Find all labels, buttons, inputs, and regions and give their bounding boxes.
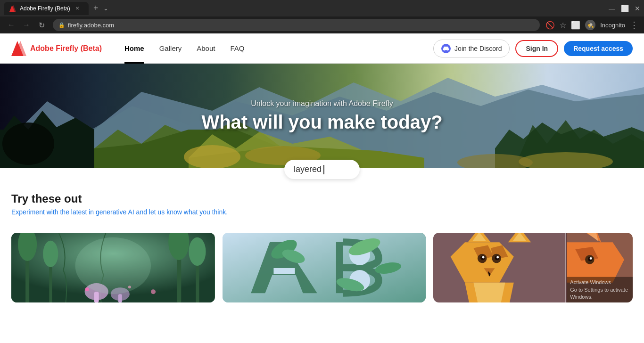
discord-label: Join the Discord <box>454 45 502 52</box>
svg-point-36 <box>151 289 156 294</box>
nav-about[interactable]: About <box>189 33 223 64</box>
nav-buttons: ← → ↻ <box>6 19 47 31</box>
signin-button[interactable]: Sign In <box>515 40 558 57</box>
search-input-pill[interactable]: layered <box>284 160 360 179</box>
svg-rect-33 <box>118 294 122 302</box>
text-cursor <box>323 165 324 174</box>
search-text: layered <box>294 164 322 174</box>
address-bar: ← → ↻ 🔒 firefly.adobe.com 🚫 ☆ ⬜ 🕵 Incogn… <box>0 16 644 33</box>
search-pill-container: layered <box>0 160 644 179</box>
incognito-label: Incognito <box>600 22 625 29</box>
site-header: Adobe Firefly (Beta) Home Gallery About … <box>0 33 644 64</box>
active-tab[interactable]: Adobe Firefly (Beta) ✕ <box>4 2 89 15</box>
nav-gallery[interactable]: Gallery <box>152 33 190 64</box>
split-screen-icon[interactable]: ⬜ <box>571 21 580 30</box>
card-tropical-letters[interactable] <box>223 233 426 302</box>
discord-icon <box>441 44 451 53</box>
menu-button[interactable]: ⋮ <box>630 20 638 30</box>
svg-point-25 <box>43 241 58 267</box>
svg-point-74 <box>590 257 592 260</box>
card-fox-partial[interactable]: Activate WindowsGo to Settings to activa… <box>567 233 633 302</box>
card-fox-container[interactable]: Activate WindowsGo to Settings to activa… <box>433 233 633 302</box>
url-bar[interactable]: 🔒 firefly.adobe.com <box>53 19 540 31</box>
logo-text: Adobe Firefly (Beta) <box>30 44 102 53</box>
site-nav: Home Gallery About FAQ <box>117 33 433 64</box>
subtitle-pre: Experiment with <box>11 208 60 216</box>
nav-home[interactable]: Home <box>117 33 152 64</box>
tab-close-button[interactable]: ✕ <box>74 5 81 12</box>
bookmark-icon[interactable]: ☆ <box>560 21 566 30</box>
lock-icon: 🔒 <box>58 22 65 28</box>
incognito-icon: 🕵 <box>587 22 594 28</box>
eye-off-icon: 🚫 <box>545 21 555 30</box>
card-4-image: Activate WindowsGo to Settings to activa… <box>567 233 633 302</box>
url-text: firefly.adobe.com <box>68 22 114 29</box>
try-section-title: Try these out <box>11 192 633 205</box>
minimize-button[interactable]: — <box>609 5 615 12</box>
discord-button[interactable]: Join the Discord <box>433 40 510 57</box>
nav-faq[interactable]: FAQ <box>223 33 252 64</box>
svg-rect-31 <box>94 292 99 302</box>
tab-bar: Adobe Firefly (Beta) ✕ + ⌄ <box>4 1 607 15</box>
hero-title: What will you make today? <box>201 112 442 133</box>
tab-overflow-icon[interactable]: ⌄ <box>103 5 108 12</box>
browser-chrome: Adobe Firefly (Beta) ✕ + ⌄ — ⬜ ✕ <box>0 0 644 16</box>
svg-point-19 <box>2 122 54 165</box>
request-access-button[interactable]: Request access <box>564 41 633 56</box>
header-actions: Join the Discord Sign In Request access <box>433 40 633 57</box>
svg-point-34 <box>85 287 89 291</box>
try-section-subtitle: Experiment with the latest in generative… <box>11 208 633 216</box>
svg-marker-66 <box>473 283 505 302</box>
subtitle-highlight: the latest in generative AI <box>60 208 134 216</box>
adobe-logo-icon <box>11 41 26 56</box>
new-tab-button[interactable]: + <box>91 1 101 15</box>
svg-point-61 <box>482 256 485 259</box>
hero-subtitle: Unlock your imagination with Adobe Firef… <box>201 99 442 108</box>
forward-button[interactable]: → <box>21 19 32 31</box>
tab-favicon <box>9 5 16 12</box>
back-button[interactable]: ← <box>6 19 17 31</box>
svg-rect-40 <box>273 268 295 274</box>
svg-point-62 <box>496 256 499 259</box>
maximize-button[interactable]: ⬜ <box>621 5 629 12</box>
subtitle-post: and let us know what you think. <box>134 208 228 216</box>
card-2-image <box>223 233 426 302</box>
card-1-image <box>11 233 215 302</box>
hero-content: Unlock your imagination with Adobe Firef… <box>201 99 442 133</box>
try-section: Try these out Experiment with the latest… <box>0 179 644 233</box>
card-fox-main[interactable] <box>433 233 566 302</box>
card-3-image <box>433 233 566 302</box>
hero-section: Unlock your imagination with Adobe Firef… <box>0 64 644 168</box>
svg-point-37 <box>75 237 151 294</box>
logo-text-brand: Adobe Firefly <box>30 44 78 52</box>
close-button[interactable]: ✕ <box>635 5 640 12</box>
card-fantasy-forest[interactable] <box>11 233 215 302</box>
browser-actions: 🚫 ☆ ⬜ 🕵 Incognito ⋮ <box>545 20 638 30</box>
svg-point-29 <box>189 237 206 266</box>
logo-area[interactable]: Adobe Firefly (Beta) <box>11 41 102 56</box>
tab-title: Adobe Firefly (Beta) <box>20 5 70 12</box>
card-grid: Activate WindowsGo to Settings to activa… <box>0 233 644 302</box>
refresh-button[interactable]: ↻ <box>36 19 47 31</box>
window-controls: — ⬜ ✕ <box>609 5 640 12</box>
logo-text-beta: (Beta) <box>78 44 102 52</box>
incognito-badge: 🕵 <box>585 20 595 30</box>
